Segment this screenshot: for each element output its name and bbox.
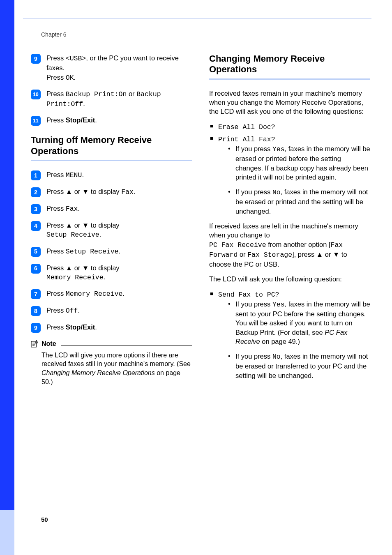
- step-body: Press ▲ or ▼ to display Memory Receive.: [46, 263, 192, 283]
- step-9-prev: 9 Press <USB>, or the PC you want to rec…: [31, 53, 192, 83]
- code-text: Fax: [66, 205, 78, 213]
- text: Press: [46, 290, 66, 297]
- step-1: 1 Press MENU.: [31, 170, 192, 180]
- disc-list: If you press Yes, faxes in the memory wi…: [227, 299, 370, 380]
- square-list: Send Fax to PC? If you press Yes, faxes …: [209, 290, 370, 380]
- code-text: Off: [66, 307, 78, 315]
- step-number-icon: 9: [31, 54, 41, 64]
- code-text: Memory Receive: [66, 290, 123, 298]
- text: Press: [46, 90, 66, 97]
- step-number-icon: 4: [31, 221, 41, 231]
- disc-list: If you press Yes, faxes in the memory wi…: [227, 144, 370, 216]
- text: from another option: [268, 241, 329, 248]
- step-number-icon: 7: [31, 289, 41, 299]
- step-7: 7 Press Memory Receive.: [31, 289, 192, 299]
- list-item: If you press No, faxes in the memory wil…: [227, 352, 370, 380]
- code-text: Setup Receive: [46, 231, 99, 239]
- text: .: [95, 116, 97, 124]
- list-item: If you press Yes, faxes in the memory wi…: [227, 144, 370, 182]
- note-label: Note: [42, 339, 56, 348]
- code-text: Print All Fax?: [218, 136, 275, 143]
- step-2: 2 Press ▲ or ▼ to display Fax.: [31, 187, 192, 197]
- step-number-icon: 5: [31, 247, 41, 257]
- code-text: No: [272, 353, 281, 361]
- code-text: PC Fax Receive: [209, 241, 266, 249]
- paragraph: If received faxes remain in your machine…: [209, 89, 370, 116]
- code-text: Memory Receive: [46, 274, 104, 281]
- text: .: [74, 74, 76, 81]
- step-number-icon: 3: [31, 204, 41, 214]
- text: .: [82, 171, 84, 178]
- step-body: Press Backup Print:On or Backup Print:Of…: [46, 89, 192, 109]
- step-body: Press Setup Receive.: [46, 246, 192, 257]
- side-tab-bottom: [0, 510, 14, 555]
- text: If received faxes are left in the machin…: [209, 222, 358, 239]
- text: .: [83, 100, 85, 107]
- note-icon: [31, 340, 39, 348]
- text: on page 49.): [262, 338, 300, 345]
- step-body: Press Memory Receive.: [46, 289, 192, 299]
- text: .: [122, 290, 125, 297]
- step-6: 6 Press ▲ or ▼ to display Memory Receive…: [31, 263, 192, 283]
- text: If you press: [235, 188, 272, 196]
- step-5: 5 Press Setup Receive.: [31, 246, 192, 257]
- list-item: Print All Fax? If you press Yes, faxes i…: [209, 134, 370, 216]
- step-number-icon: 1: [31, 170, 41, 180]
- top-rule: [23, 18, 371, 19]
- step-10-prev: 10 Press Backup Print:On or Backup Print…: [31, 89, 192, 109]
- bold-text: Stop/Exit: [66, 116, 95, 124]
- text: or: [129, 90, 136, 97]
- text: Press ▲ or ▼ to display: [46, 188, 121, 195]
- list-item: Send Fax to PC? If you press Yes, faxes …: [209, 290, 370, 380]
- section-rule: [209, 78, 370, 80]
- list-item: If you press Yes, faxes in the memory wi…: [227, 299, 370, 346]
- note-header: Note: [31, 339, 192, 348]
- text: Press: [46, 205, 66, 212]
- code-text: Backup Print:On: [66, 90, 127, 98]
- code-text: Send Fax to PC?: [218, 291, 279, 299]
- code-text: MENU: [66, 171, 82, 179]
- step-body: Press <USB>, or the PC you want to recei…: [46, 53, 192, 83]
- text: Press: [46, 171, 66, 178]
- step-body: Press MENU.: [46, 170, 192, 180]
- paragraph: If received faxes are left in the machin…: [209, 221, 370, 269]
- text: Press ▲ or ▼ to display: [46, 221, 120, 229]
- code-text: Erase All Doc?: [218, 123, 275, 131]
- text: Press ▲ or ▼ to display: [46, 264, 120, 272]
- step-9: 9 Press Stop/Exit.: [31, 322, 192, 333]
- section-heading-change: Changing Memory Receive Operations: [209, 53, 370, 75]
- code-text: Fax: [121, 188, 134, 196]
- left-column: 9 Press <USB>, or the PC you want to rec…: [31, 53, 192, 386]
- code-text: No: [272, 189, 281, 196]
- text: If you press: [235, 300, 272, 308]
- step-11-prev: 11 Press Stop/Exit.: [31, 115, 192, 126]
- note-body: The LCD will give you more options if th…: [42, 351, 192, 386]
- italic-text: Changing Memory Receive Operations: [42, 369, 155, 376]
- text: .: [99, 230, 101, 238]
- text: .: [78, 205, 80, 212]
- text: Press: [46, 116, 66, 124]
- page-number: 50: [41, 516, 48, 523]
- step-body: Press Fax.: [46, 204, 192, 214]
- text: .: [104, 273, 106, 281]
- list-item: If you press No, faxes in the memory wil…: [227, 187, 370, 216]
- step-body: Press ▲ or ▼ to display Fax.: [46, 187, 192, 197]
- code-text: Fax Storage: [247, 251, 292, 259]
- step-number-icon: 8: [31, 306, 41, 316]
- code-text: <USB>: [66, 55, 86, 62]
- text: .: [95, 323, 97, 331]
- chapter-label: Chapter 6: [41, 31, 66, 38]
- text: If you press: [235, 352, 272, 360]
- text: Press: [46, 247, 66, 255]
- step-number-icon: 9: [31, 323, 41, 333]
- step-body: Press Stop/Exit.: [46, 322, 192, 333]
- text: Press: [46, 54, 66, 62]
- right-column: Changing Memory Receive Operations If re…: [209, 53, 370, 386]
- code-text: Setup Receive: [66, 248, 119, 256]
- bold-text: Stop/Exit: [66, 323, 95, 331]
- text: .: [119, 247, 121, 255]
- square-list: Erase All Doc? Print All Fax? If you pre…: [209, 122, 370, 216]
- step-number-icon: 10: [31, 90, 41, 99]
- code-text: Yes: [272, 301, 285, 309]
- list-item: Erase All Doc?: [209, 122, 370, 132]
